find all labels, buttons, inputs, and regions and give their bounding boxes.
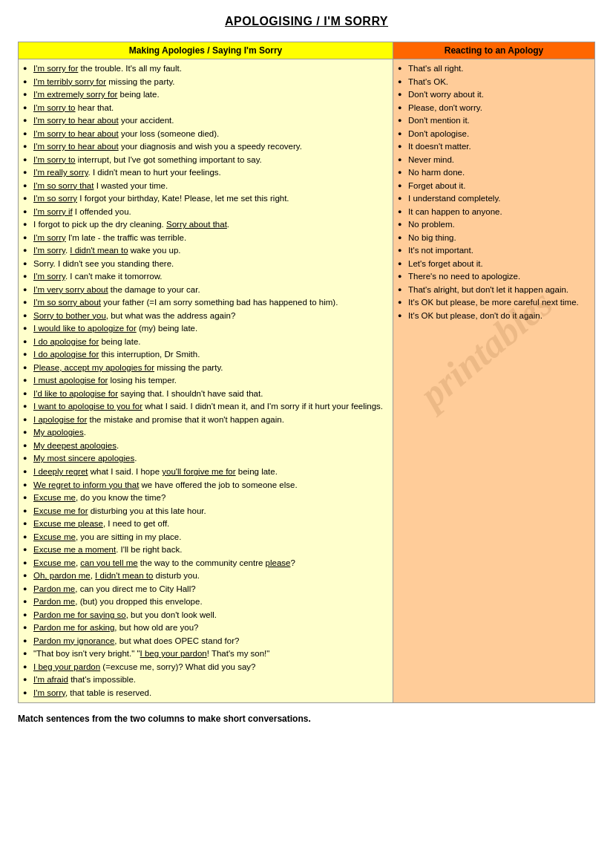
left-list-item: Please, accept my apologies for missing …: [23, 362, 388, 375]
left-list-item: I'm sorry to hear about your accident.: [23, 114, 388, 128]
right-items-list: That's all right.That's OK.Don't worry a…: [398, 62, 590, 322]
left-list-item: I'm terribly sorry for missing the party…: [23, 76, 388, 89]
right-list-item: I understand completely.: [398, 192, 590, 206]
left-list-item: We regret to inform you that we have off…: [23, 479, 388, 492]
left-list-item: I apologise for the mistake and promise …: [23, 414, 388, 427]
left-list-item: I'm sorry to hear about your loss (someo…: [23, 128, 388, 141]
left-list-item: Excuse me please, I need to get off.: [23, 518, 388, 531]
right-column: That's all right.That's OK.Don't worry a…: [393, 59, 595, 703]
left-list-item: Pardon my ignorance, but what does OPEC …: [23, 635, 388, 648]
left-list-item: My most sincere apologies.: [23, 452, 388, 466]
left-list-item: I'm sorry to interrupt, but I've got som…: [23, 154, 388, 167]
left-list-item: I'm so sorry about your father (=I am so…: [23, 296, 388, 310]
left-list-item: I would like to apologize for (my) being…: [23, 322, 388, 336]
left-list-item: I beg your pardon (=excuse me, sorry)? W…: [23, 661, 388, 674]
left-list-item: I'm sorry. I didn't mean to wake you up.: [23, 244, 388, 258]
left-list-item: I'm sorry for the trouble. It's all my f…: [23, 62, 388, 76]
right-list-item: That's all right.: [398, 62, 590, 76]
left-list-item: Pardon me, can you direct me to City Hal…: [23, 583, 388, 596]
right-list-item: Don't apologise.: [398, 128, 590, 141]
right-list-item: It's OK but please, be more careful next…: [398, 296, 590, 310]
left-column: I'm sorry for the trouble. It's all my f…: [19, 59, 393, 703]
left-list-item: I do apologise for this interruption, Dr…: [23, 348, 388, 362]
main-table: Making Apologies / Saying I'm Sorry Reac…: [18, 42, 595, 703]
right-list-item: It can happen to anyone.: [398, 206, 590, 219]
left-list-item: "That boy isn't very bright." "I beg you…: [23, 647, 388, 661]
left-list-item: I do apologise for being late.: [23, 336, 388, 349]
right-list-item: Don't mention it.: [398, 114, 590, 128]
left-list-item: I'd like to apologise for saying that. I…: [23, 388, 388, 401]
left-list-item: I'm sorry. I can't make it tomorrow.: [23, 270, 388, 284]
col-header-left: Making Apologies / Saying I'm Sorry: [19, 42, 393, 59]
left-list-item: I must apologise for losing his temper.: [23, 374, 388, 388]
left-list-item: I'm extremely sorry for being late.: [23, 88, 388, 102]
left-items-list: I'm sorry for the trouble. It's all my f…: [23, 62, 388, 699]
right-list-item: Never mind.: [398, 154, 590, 167]
right-list-item: No big thing.: [398, 232, 590, 245]
left-list-item: Sorry to bother you, but what was the ad…: [23, 310, 388, 323]
left-list-item: Excuse me, do you know the time?: [23, 492, 388, 505]
left-list-item: I deeply regret what I said. I hope you'…: [23, 466, 388, 479]
left-list-item: I'm afraid that's impossible.: [23, 673, 388, 687]
right-list-item: That's OK.: [398, 76, 590, 89]
left-list-item: My deepest apologies.: [23, 440, 388, 453]
left-list-item: I'm sorry if I offended you.: [23, 206, 388, 219]
right-list-item: It's OK but please, don't do it again.: [398, 310, 590, 323]
right-list-item: No problem.: [398, 218, 590, 232]
left-list-item: I'm sorry to hear that.: [23, 102, 388, 115]
left-list-item: Pardon me, (but) you dropped this envelo…: [23, 595, 388, 609]
right-list-item: Let's forget about it.: [398, 258, 590, 271]
left-list-item: I'm so sorry that I wasted your time.: [23, 180, 388, 193]
left-list-item: Excuse me for disturbing you at this lat…: [23, 505, 388, 518]
left-list-item: Sorry. I didn't see you standing there.: [23, 258, 388, 271]
left-list-item: My apologies.: [23, 426, 388, 440]
right-list-item: Forget about it.: [398, 180, 590, 193]
left-list-item: I'm sorry I'm late - the traffic was ter…: [23, 232, 388, 245]
right-list-item: It's not important.: [398, 244, 590, 258]
left-list-item: I forgot to pick up the dry cleaning. So…: [23, 218, 388, 232]
right-list-item: There's no need to apologize.: [398, 270, 590, 284]
left-list-item: Pardon me for saying so, but you don't l…: [23, 609, 388, 622]
right-list-item: Please, don't worry.: [398, 102, 590, 115]
right-list-item: It doesn't matter.: [398, 140, 590, 154]
left-list-item: Excuse me, can you tell me the way to th…: [23, 557, 388, 570]
left-list-item: Excuse me, you are sitting in my place.: [23, 531, 388, 544]
page-title: APOLOGISING / I'M SORRY: [18, 15, 595, 28]
left-list-item: I'm sorry, that table is reserved.: [23, 687, 388, 700]
footer-text: Match sentences from the two columns to …: [18, 714, 595, 724]
col-header-right: Reacting to an Apology: [393, 42, 595, 59]
left-list-item: Excuse me a moment. I'll be right back.: [23, 544, 388, 557]
left-list-item: I'm really sorry. I didn't mean to hurt …: [23, 166, 388, 180]
right-list-item: Don't worry about it.: [398, 88, 590, 102]
left-list-item: Oh, pardon me, I didn't mean to disturb …: [23, 570, 388, 583]
left-list-item: Pardon me for asking, but how old are yo…: [23, 621, 388, 635]
left-list-item: I'm sorry to hear about your diagnosis a…: [23, 140, 388, 154]
right-list-item: That's alright, but don't let it happen …: [398, 284, 590, 297]
left-list-item: I'm so sorry I forgot your birthday, Kat…: [23, 192, 388, 206]
left-list-item: I'm very sorry about the damage to your …: [23, 284, 388, 297]
left-list-item: I want to apologise to you for what I sa…: [23, 400, 388, 414]
right-list-item: No harm done.: [398, 166, 590, 180]
